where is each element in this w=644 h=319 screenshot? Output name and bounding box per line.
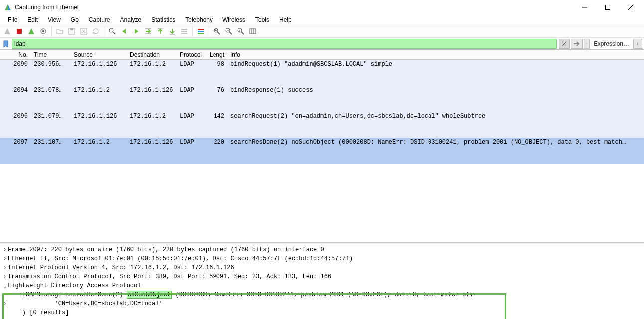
highlight-nosuchobject: noSuchObject: [127, 291, 172, 299]
column-header-info[interactable]: Info: [227, 51, 644, 58]
expand-caret-icon[interactable]: ›: [2, 300, 8, 307]
go-first-icon[interactable]: [155, 26, 166, 37]
detail-tcp[interactable]: Transmission Control Protocol, Src Port:…: [8, 273, 331, 280]
column-header-protocol[interactable]: Protocol: [177, 51, 207, 58]
display-filter-bar: Expression… +: [0, 38, 644, 50]
add-filter-button[interactable]: +: [633, 39, 642, 49]
menu-analyze[interactable]: Analyze: [115, 15, 147, 24]
app-window: Capturing from Ethernet File Edit View G…: [0, 0, 644, 319]
bookmark-filter-icon[interactable]: [2, 40, 10, 48]
packet-list-pane: No. Time Source Destination Protocol Len…: [0, 50, 644, 165]
column-header-no[interactable]: No.: [0, 51, 31, 58]
menu-wireless[interactable]: Wireless: [217, 15, 250, 24]
svg-rect-22: [198, 31, 204, 32]
open-file-icon[interactable]: [54, 26, 65, 37]
minimize-button[interactable]: [573, 0, 596, 15]
menu-edit[interactable]: Edit: [22, 15, 43, 24]
filter-toolbar-tail: Expression… +: [559, 39, 642, 49]
packet-list-body[interactable]: 2090230.956…172.16.1.126172.16.1.2LDAP98…: [0, 60, 644, 165]
collapse-caret-icon[interactable]: ⌄: [2, 282, 8, 290]
toolbar-separator: [51, 26, 52, 36]
auto-scroll-icon[interactable]: [179, 26, 190, 37]
detail-ldap-message[interactable]: LDAPMessage searchResDone(2) noSuchObjec…: [0, 290, 644, 299]
svg-line-13: [113, 32, 115, 34]
detail-ethernet[interactable]: Ethernet II, Src: Microsof_01:7e:01 (00:…: [8, 255, 353, 262]
menu-tools[interactable]: Tools: [250, 15, 274, 24]
apply-filter-button[interactable]: [571, 39, 583, 49]
menubar: File Edit View Go Capture Analyze Statis…: [0, 15, 644, 25]
expand-caret-icon[interactable]: ›: [2, 246, 8, 253]
menu-go[interactable]: Go: [66, 15, 84, 24]
menu-capture[interactable]: Capture: [84, 15, 115, 24]
menu-telephony[interactable]: Telephony: [180, 15, 217, 24]
expand-caret-icon[interactable]: ›: [2, 264, 8, 271]
packet-details-pane[interactable]: ›Frame 2097: 220 bytes on wire (1760 bit…: [0, 244, 644, 319]
detail-ldap-results[interactable]: ) [0 results]: [8, 309, 69, 316]
svg-rect-21: [198, 29, 204, 30]
close-button[interactable]: [619, 0, 642, 15]
go-last-icon[interactable]: [167, 26, 178, 37]
packet-row[interactable]: 2090230.956…172.16.1.126172.16.1.2LDAP98…: [0, 60, 644, 86]
column-header-length[interactable]: Lengt: [207, 51, 227, 58]
go-forward-icon[interactable]: [131, 26, 142, 37]
svg-rect-23: [198, 33, 204, 34]
svg-line-32: [241, 32, 244, 34]
display-filter-input[interactable]: [12, 39, 557, 49]
app-icon: [4, 3, 12, 11]
svg-text:1: 1: [239, 29, 241, 32]
detail-ldap-dn[interactable]: 'CN=Users,DC=sbcslab,DC=local': [8, 300, 163, 307]
save-file-icon[interactable]: [66, 26, 77, 37]
packet-list-header: No. Time Source Destination Protocol Len…: [0, 50, 644, 60]
zoom-in-icon[interactable]: [212, 26, 222, 37]
svg-rect-8: [70, 28, 73, 30]
titlebar: Capturing from Ethernet: [0, 0, 644, 15]
maximize-button[interactable]: [596, 0, 619, 15]
column-header-destination[interactable]: Destination: [127, 51, 177, 58]
resize-columns-icon[interactable]: [247, 26, 258, 37]
packet-row[interactable]: 2096231.079…172.16.1.126172.16.1.2LDAP14…: [0, 112, 644, 138]
detail-ldap[interactable]: Lightweight Directory Access Protocol: [8, 282, 141, 289]
svg-line-25: [217, 32, 220, 34]
packet-list-empty-area: [0, 165, 644, 242]
clear-filter-button[interactable]: [559, 39, 570, 49]
find-packet-icon[interactable]: [107, 26, 118, 37]
svg-point-6: [42, 30, 44, 32]
menu-help[interactable]: Help: [274, 15, 297, 24]
colorize-icon[interactable]: [195, 26, 206, 37]
toolbar-separator: [209, 26, 209, 36]
svg-rect-4: [17, 29, 22, 34]
zoom-out-icon[interactable]: [223, 26, 234, 37]
main-toolbar: 1: [0, 25, 644, 38]
menu-statistics[interactable]: Statistics: [146, 15, 180, 24]
start-capture-icon[interactable]: [2, 26, 13, 37]
column-header-source[interactable]: Source: [71, 51, 127, 58]
expand-caret-icon[interactable]: ›: [2, 255, 8, 262]
svg-rect-1: [606, 5, 610, 10]
detail-frame[interactable]: Frame 2097: 220 bytes on wire (1760 bits…: [8, 246, 324, 253]
zoom-reset-icon[interactable]: 1: [235, 26, 246, 37]
reload-icon[interactable]: [90, 26, 101, 37]
detail-ip[interactable]: Internet Protocol Version 4, Src: 172.16…: [8, 264, 234, 271]
expression-button[interactable]: Expression…: [591, 40, 632, 47]
svg-line-29: [229, 32, 232, 34]
stop-capture-icon[interactable]: [14, 26, 25, 37]
svg-point-12: [109, 28, 113, 32]
menu-file[interactable]: File: [3, 15, 22, 24]
expand-caret-icon[interactable]: ›: [2, 273, 8, 280]
column-header-time[interactable]: Time: [31, 51, 71, 58]
go-to-packet-icon[interactable]: [143, 26, 154, 37]
packet-row[interactable]: 2094231.078…172.16.1.2172.16.1.126LDAP76…: [0, 86, 644, 112]
restart-capture-icon[interactable]: [26, 26, 37, 37]
svg-rect-34: [250, 29, 256, 34]
go-back-icon[interactable]: [119, 26, 130, 37]
window-title: Capturing from Ethernet: [15, 4, 573, 11]
packet-row[interactable]: 2097231.107…172.16.1.2172.16.1.126LDAP22…: [0, 138, 644, 164]
menu-view[interactable]: View: [43, 15, 66, 24]
filter-history-dropdown[interactable]: [584, 39, 590, 49]
window-controls: [573, 0, 642, 15]
close-file-icon[interactable]: [78, 26, 89, 37]
toolbar-separator: [104, 26, 104, 36]
toolbar-separator: [192, 26, 193, 36]
capture-options-icon[interactable]: [38, 26, 49, 37]
